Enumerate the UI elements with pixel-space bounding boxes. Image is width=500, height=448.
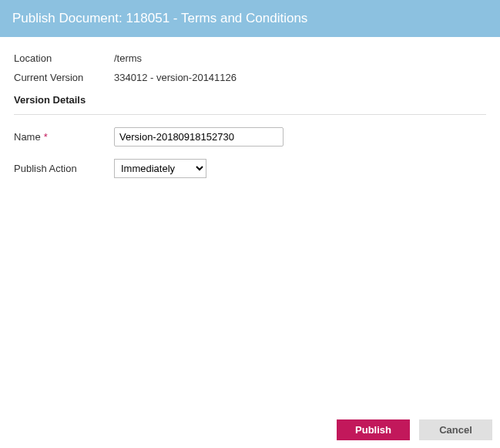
location-value: /terms — [114, 52, 486, 64]
cancel-button[interactable]: Cancel — [419, 419, 492, 440]
form-section: Name* Publish Action Immediately — [14, 115, 486, 178]
required-icon: * — [44, 131, 48, 143]
publish-action-select[interactable]: Immediately — [114, 159, 206, 178]
modal-body: Location /terms Current Version 334012 -… — [0, 37, 500, 178]
publish-button[interactable]: Publish — [337, 419, 410, 440]
location-label: Location — [14, 52, 114, 64]
current-version-row: Current Version 334012 - version-2014112… — [14, 72, 486, 83]
name-label: Name* — [14, 131, 114, 143]
modal-footer: Publish Cancel — [337, 419, 492, 440]
name-label-text: Name — [14, 131, 41, 143]
name-row: Name* — [14, 127, 486, 147]
location-row: Location /terms — [14, 52, 486, 64]
name-input[interactable] — [114, 127, 284, 147]
modal-title: Publish Document: 118051 - Terms and Con… — [12, 11, 307, 25]
current-version-value: 334012 - version-20141126 — [114, 72, 486, 83]
modal-header: Publish Document: 118051 - Terms and Con… — [0, 0, 500, 37]
publish-action-label: Publish Action — [14, 163, 114, 174]
publish-action-row: Publish Action Immediately — [14, 159, 486, 178]
current-version-label: Current Version — [14, 72, 114, 83]
version-details-header: Version Details — [14, 94, 486, 115]
